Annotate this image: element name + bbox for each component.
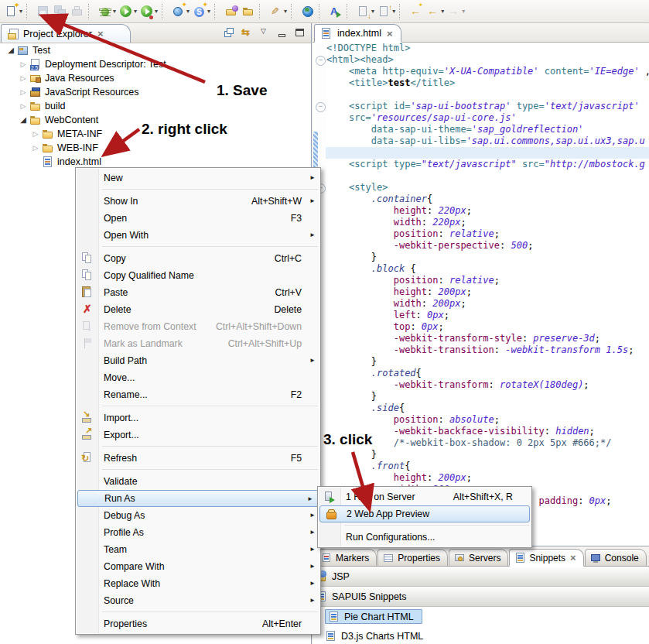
dropdown-caret-icon[interactable]: ▾ — [462, 8, 465, 15]
menu-item-copy-qualified-name[interactable]: Copy Qualified Name — [76, 267, 320, 284]
dropdown-caret-icon[interactable]: ▾ — [155, 8, 158, 15]
tab-markers[interactable]: Markers — [316, 549, 377, 567]
tree-collapsed-chevron-icon[interactable]: ▷ — [17, 58, 29, 70]
minimize-button[interactable] — [275, 26, 290, 40]
dropdown-caret-icon[interactable]: ▾ — [186, 8, 190, 15]
sapui5-button[interactable]: ▾ — [191, 3, 212, 20]
menu-item-export[interactable]: Export... — [76, 426, 320, 444]
tab-servers[interactable]: Servers — [449, 549, 508, 567]
tab-snippets[interactable]: Snippets× — [509, 549, 583, 567]
snippet-pie-chart-html[interactable]: Pie Chart HTML — [313, 607, 649, 626]
maximize-button[interactable] — [293, 26, 308, 40]
view-menu-button[interactable] — [258, 26, 272, 40]
tree-expanded-chevron-icon[interactable]: ◢ — [5, 44, 17, 57]
menu-item-properties[interactable]: PropertiesAlt+Enter — [76, 615, 320, 632]
save-icon — [36, 5, 50, 19]
editor-body[interactable]: −−− <!DOCTYPE html><html><head> <meta ht… — [313, 43, 649, 546]
source-code[interactable]: <!DOCTYPE html><html><head> <meta http-e… — [326, 43, 649, 507]
menu-item-validate[interactable]: Validate — [76, 473, 320, 490]
code-token: : — [422, 298, 432, 309]
brush-button[interactable]: ▾ — [268, 3, 289, 20]
menu-item-profile-as[interactable]: Profile As► — [76, 524, 320, 541]
menu-item-build-path[interactable]: Build Path► — [76, 352, 320, 369]
close-icon[interactable]: × — [387, 29, 393, 39]
fold-collapse-icon[interactable]: − — [316, 102, 326, 112]
menu-item-import[interactable]: Import... — [76, 409, 320, 426]
project-icon — [17, 44, 30, 57]
tree-collapsed-chevron-icon[interactable]: ▷ — [17, 86, 29, 98]
previous-annotation-button[interactable]: ▾ — [376, 3, 397, 20]
last-edit-button[interactable] — [408, 3, 425, 20]
dropdown-caret-icon[interactable]: ▾ — [441, 8, 444, 15]
sapui5-icon — [193, 5, 207, 19]
run-last-button[interactable]: ▾ — [138, 3, 159, 20]
open-type-button[interactable] — [223, 3, 240, 20]
dropdown-caret-icon[interactable]: ▾ — [134, 8, 137, 15]
code-token: width — [394, 217, 422, 228]
dropdown-caret-icon[interactable]: ▾ — [284, 8, 287, 15]
debug-button[interactable]: ▾ — [97, 3, 118, 20]
menu-item-show-in[interactable]: Show InAlt+Shift+W► — [76, 193, 320, 210]
menu-item-move[interactable]: Move... — [76, 369, 320, 386]
code-token: "http://mbostock.g — [545, 159, 645, 170]
tree-collapsed-chevron-icon[interactable]: ▷ — [29, 142, 42, 154]
tree-expanded-chevron-icon[interactable]: ◢ — [17, 114, 29, 126]
print-button — [69, 3, 86, 20]
code-token — [326, 194, 371, 204]
snippet-sapui5-snippets[interactable]: SAPUI5 Snippets — [313, 587, 649, 607]
tree-item-deployment-descriptor-test[interactable]: ▷Deployment Descriptor: Test — [0, 57, 310, 71]
import-icon — [80, 411, 94, 425]
menu-item-replace-with[interactable]: Replace With► — [76, 575, 320, 592]
close-icon[interactable]: × — [570, 553, 576, 563]
snippet-d3-js-charts-html[interactable]: D3.js Charts HTML — [313, 626, 649, 644]
mark-occurrences-button[interactable] — [327, 3, 344, 20]
menu-item-compare-with[interactable]: Compare With► — [76, 558, 320, 575]
next-annotation-button[interactable]: ▾ — [355, 3, 376, 20]
dropdown-caret-icon[interactable]: ▾ — [113, 8, 116, 15]
menu-item-debug-as[interactable]: Debug As► — [76, 507, 320, 524]
tab-properties[interactable]: Properties — [377, 549, 448, 567]
collapse-all-button[interactable] — [222, 26, 237, 40]
tree-collapsed-chevron-icon[interactable]: ▷ — [29, 128, 42, 140]
tab-label: Properties — [398, 553, 440, 564]
new-server-button[interactable]: ▾ — [170, 3, 191, 20]
dropdown-caret-icon[interactable]: ▾ — [371, 8, 374, 15]
link-with-editor-button[interactable] — [240, 26, 254, 40]
submenu-arrow-icon: ► — [309, 580, 316, 587]
menu-item-delete[interactable]: DeleteDelete — [76, 301, 320, 318]
web-browser-button[interactable] — [299, 3, 316, 20]
selected-snippet[interactable]: Pie Chart HTML — [325, 609, 422, 624]
menu-item-refresh[interactable]: RefreshF5 — [76, 450, 320, 467]
close-icon[interactable]: × — [97, 29, 104, 39]
fold-collapse-icon[interactable]: − — [316, 56, 326, 66]
project-explorer-tab[interactable]: Project Explorer × — [1, 24, 131, 43]
menu-item-label: Remove from Context — [104, 321, 196, 332]
tab-console[interactable]: Console — [585, 549, 647, 567]
tree-collapsed-chevron-icon[interactable]: ▷ — [17, 100, 29, 112]
tree-collapsed-chevron-icon[interactable]: ▷ — [17, 72, 29, 84]
menu-item-copy[interactable]: CopyCtrl+C — [76, 250, 320, 267]
menu-item-paste[interactable]: PasteCtrl+V — [76, 284, 320, 301]
menu-item-open-with[interactable]: Open With► — [76, 227, 320, 244]
back-button[interactable]: ▾ — [425, 3, 446, 20]
menu-item-2-web-app-preview[interactable]: 2 Web App Preview — [319, 505, 530, 522]
menu-item-run-as[interactable]: Run As► — [77, 490, 319, 507]
tree-item-test[interactable]: ◢Test — [0, 43, 310, 57]
open-folder-button[interactable] — [240, 3, 257, 20]
dropdown-caret-icon[interactable]: ▾ — [392, 8, 395, 15]
tree-item-build[interactable]: ▷build — [0, 99, 310, 113]
menu-item-1-run-on-server[interactable]: 1 Run on ServerAlt+Shift+X, R — [318, 488, 531, 505]
snippet-jsp[interactable]: JSP — [313, 567, 649, 587]
new-wizard-button[interactable]: ▾ — [3, 3, 24, 20]
menu-item-run-configurations[interactable]: Run Configurations... — [318, 529, 531, 546]
editor-tab-index-html[interactable]: index.html × — [314, 24, 401, 43]
menu-item-source[interactable]: Source► — [76, 592, 320, 609]
tree-item-web-inf[interactable]: ▷WEB-INF — [0, 141, 310, 155]
menu-item-new[interactable]: New► — [76, 170, 320, 187]
menu-item-team[interactable]: Team► — [76, 541, 320, 558]
run-button[interactable]: ▾ — [118, 3, 138, 20]
menu-item-rename[interactable]: Rename...F2 — [76, 386, 320, 403]
tree-item-label: Deployment Descriptor: Test — [43, 59, 166, 70]
menu-item-open[interactable]: OpenF3 — [76, 210, 320, 227]
dropdown-caret-icon[interactable]: ▾ — [207, 8, 210, 15]
